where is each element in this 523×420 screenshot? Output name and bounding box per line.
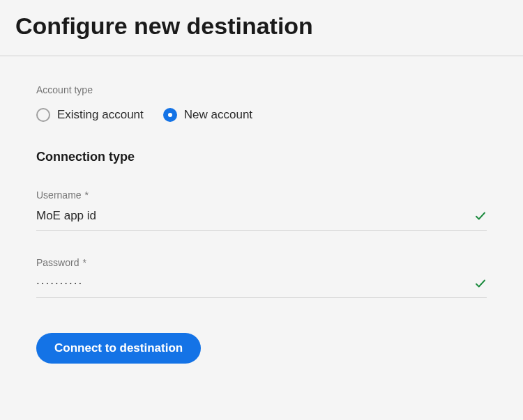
username-input[interactable] [36, 209, 474, 223]
connection-type-heading: Connection type [36, 150, 487, 164]
password-field: Password * ·········· [36, 257, 487, 298]
page-title: Configure new destination [0, 0, 523, 55]
radio-existing-label: Existing account [57, 108, 144, 122]
connect-to-destination-button[interactable]: Connect to destination [36, 333, 201, 364]
password-input-wrap: ·········· [36, 277, 487, 298]
password-label: Password [36, 257, 79, 268]
radio-dot-icon [168, 113, 172, 117]
username-field: Username * [36, 189, 487, 231]
username-label-row: Username * [36, 189, 487, 201]
checkmark-icon [474, 210, 487, 222]
username-label: Username [36, 189, 82, 201]
username-input-wrap [36, 209, 487, 231]
required-asterisk-icon: * [85, 189, 89, 201]
radio-selected-icon [163, 108, 177, 122]
account-type-radio-group: Existing account New account [36, 108, 487, 122]
radio-new-label: New account [184, 108, 252, 122]
password-input[interactable]: ·········· [36, 277, 474, 290]
password-label-row: Password * [36, 257, 487, 268]
form-content: Account type Existing account New accoun… [0, 56, 523, 364]
checkmark-icon [474, 277, 487, 290]
radio-existing-account[interactable]: Existing account [36, 108, 144, 122]
account-type-label: Account type [36, 84, 487, 95]
radio-new-account[interactable]: New account [163, 108, 252, 122]
radio-unselected-icon [36, 108, 50, 122]
required-asterisk-icon: * [82, 257, 86, 268]
